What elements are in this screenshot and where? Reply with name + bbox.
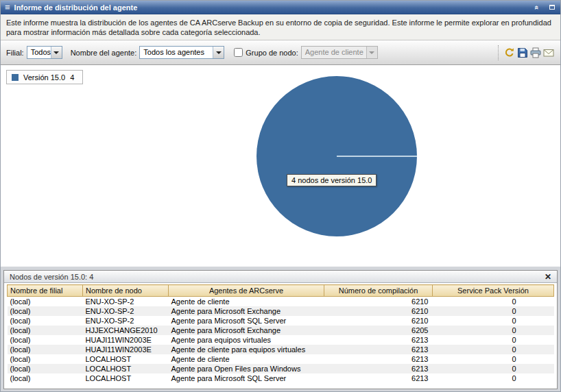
legend-swatch <box>12 74 19 81</box>
table-row[interactable]: (local) ENU-XO-SP-2 Agente para Microsof… <box>8 316 554 326</box>
window-title: Informe de distribución del agente <box>14 3 529 12</box>
cell-service-pack: 0 <box>433 345 554 354</box>
maximize-icon[interactable] <box>547 3 556 12</box>
table-row[interactable]: (local) LOCALHOST Agente para Open Files… <box>8 364 554 373</box>
detail-panel-title: Nodos de versión 15.0: 4 <box>10 273 93 281</box>
cell-node-name: ENU-XO-SP-2 <box>83 316 169 326</box>
cell-build-number: 6213 <box>324 364 433 373</box>
cell-service-pack: 0 <box>433 297 554 306</box>
agent-name-dropdown-value: Todos los agentes <box>140 47 213 58</box>
node-group-dropdown: Agente de cliente <box>301 46 378 59</box>
cell-agent-name: Agente para Microsoft Exchange <box>169 306 324 316</box>
cell-service-pack: 0 <box>433 326 554 335</box>
collapse-icon[interactable]: « <box>533 3 542 12</box>
cell-agent-name: Agente de cliente <box>169 297 324 306</box>
cell-node-name: HUAJI11WIN2003E <box>83 345 169 354</box>
table-row[interactable]: (local) ENU-XO-SP-2 Agente para Microsof… <box>8 306 554 316</box>
report-window: ≡ Informe de distribución del agente « E… <box>0 0 561 392</box>
report-description: Este informe muestra la distribución de … <box>1 14 560 40</box>
cell-node-name: ENU-XO-SP-2 <box>83 306 169 316</box>
branch-dropdown-value: Todos <box>27 47 51 58</box>
column-header[interactable]: Service Pack Versión <box>433 285 554 297</box>
node-group-label: Grupo de nodo: <box>246 49 298 57</box>
cell-build-number: 6213 <box>324 354 433 364</box>
cell-branch-name: (local) <box>8 335 83 345</box>
cell-agent-name: Agente para Open Files para Windows <box>169 364 324 373</box>
table-row[interactable]: (local) ENU-XO-SP-2 Agente de cliente 62… <box>8 297 554 306</box>
pie-slice-line <box>337 156 417 157</box>
cell-service-pack: 0 <box>433 316 554 326</box>
close-icon[interactable]: ✕ <box>545 273 551 281</box>
cell-agent-name: Agente de cliente para equipos virtuales <box>169 345 324 354</box>
cell-node-name: ENU-XO-SP-2 <box>83 297 169 306</box>
column-header[interactable]: Agentes de ARCserve <box>169 285 324 297</box>
chevron-down-icon <box>366 47 377 58</box>
cell-branch-name: (local) <box>8 373 83 383</box>
double-chevron-glyph: « <box>534 5 542 9</box>
detail-panel: Nodos de versión 15.0: 4 ✕ Nombre de fil… <box>3 270 558 389</box>
node-group-filter-group: Grupo de nodo: Agente de cliente <box>232 46 377 59</box>
chart-legend: Versión 15.0 4 <box>6 70 83 84</box>
column-header[interactable]: Número de compilación <box>324 285 433 297</box>
cell-node-name: HUAJI11WIN2003E <box>83 335 169 345</box>
cell-agent-name: Agente para equipos virtuales <box>169 335 324 345</box>
filter-toolbar: Filial: Todos Nombre del agente: Todos l… <box>1 40 560 65</box>
table-header-row: Nombre de filialNombre de nodoAgentes de… <box>8 285 554 297</box>
cell-agent-name: Agente para Microsoft SQL Server <box>169 316 324 326</box>
chart-area: Versión 15.0 4 4 nodos de versión 15.0 <box>1 65 560 267</box>
cell-service-pack: 0 <box>433 335 554 345</box>
cell-build-number: 6210 <box>324 316 433 326</box>
cell-service-pack: 0 <box>433 354 554 364</box>
cell-service-pack: 0 <box>433 306 554 316</box>
table-row[interactable]: (local) HJJEXCHANGE2010 Agente para Micr… <box>8 326 554 335</box>
email-icon[interactable] <box>542 46 555 59</box>
cell-node-name: LOCALHOST <box>83 364 169 373</box>
cell-node-name: HJJEXCHANGE2010 <box>83 326 169 335</box>
table-row[interactable]: (local) LOCALHOST Agente de cliente 6213… <box>8 354 554 364</box>
cell-branch-name: (local) <box>8 345 83 354</box>
node-group-checkbox[interactable] <box>234 48 243 57</box>
column-header[interactable]: Nombre de filial <box>8 285 83 297</box>
cell-node-name: LOCALHOST <box>83 354 169 364</box>
cell-build-number: 6213 <box>324 345 433 354</box>
table-row[interactable]: (local) HUAJI11WIN2003E Agente para equi… <box>8 335 554 345</box>
print-icon[interactable] <box>529 46 542 59</box>
cell-service-pack: 0 <box>433 364 554 373</box>
cell-branch-name: (local) <box>8 306 83 316</box>
report-list-icon: ≡ <box>5 3 10 12</box>
branch-filter-group: Filial: Todos <box>6 46 62 59</box>
table-row[interactable]: (local) HUAJI11WIN2003E Agente de client… <box>8 345 554 354</box>
legend-count: 4 <box>70 73 74 82</box>
cell-build-number: 6213 <box>324 373 433 383</box>
cell-build-number: 6210 <box>324 306 433 316</box>
chevron-down-icon <box>213 47 224 58</box>
cell-agent-name: Agente para Microsoft SQL Server <box>169 373 324 383</box>
refresh-icon[interactable] <box>503 46 516 59</box>
chart-tooltip: 4 nodos de versión 15.0 <box>287 174 377 186</box>
cell-branch-name: (local) <box>8 354 83 364</box>
toolbar-separator <box>498 45 499 60</box>
agent-name-filter-group: Nombre del agente: Todos los agentes <box>71 46 225 59</box>
cell-branch-name: (local) <box>8 326 83 335</box>
agent-name-dropdown[interactable]: Todos los agentes <box>139 46 224 59</box>
cell-build-number: 6205 <box>324 326 433 335</box>
cell-branch-name: (local) <box>8 297 83 306</box>
table-row[interactable]: (local) LOCALHOST Agente para Microsoft … <box>8 373 554 383</box>
chevron-down-icon <box>51 47 62 58</box>
cell-service-pack: 0 <box>433 373 554 383</box>
node-group-dropdown-value: Agente de cliente <box>302 47 366 58</box>
column-header[interactable]: Nombre de nodo <box>83 285 169 297</box>
branch-label: Filial: <box>6 49 24 57</box>
save-icon[interactable] <box>516 46 529 59</box>
branch-dropdown[interactable]: Todos <box>27 46 62 59</box>
table-body: (local) ENU-XO-SP-2 Agente de cliente 62… <box>8 297 554 383</box>
cell-branch-name: (local) <box>8 364 83 373</box>
agent-name-label: Nombre del agente: <box>71 49 137 57</box>
cell-node-name: LOCALHOST <box>83 373 169 383</box>
cell-agent-name: Agente para Microsoft Exchange <box>169 326 324 335</box>
cell-build-number: 6210 <box>324 297 433 306</box>
detail-panel-header: Nodos de versión 15.0: 4 ✕ <box>4 271 557 283</box>
window-glyph <box>549 5 555 10</box>
legend-label: Versión 15.0 <box>23 73 65 82</box>
nodes-table: Nombre de filialNombre de nodoAgentes de… <box>7 284 554 383</box>
